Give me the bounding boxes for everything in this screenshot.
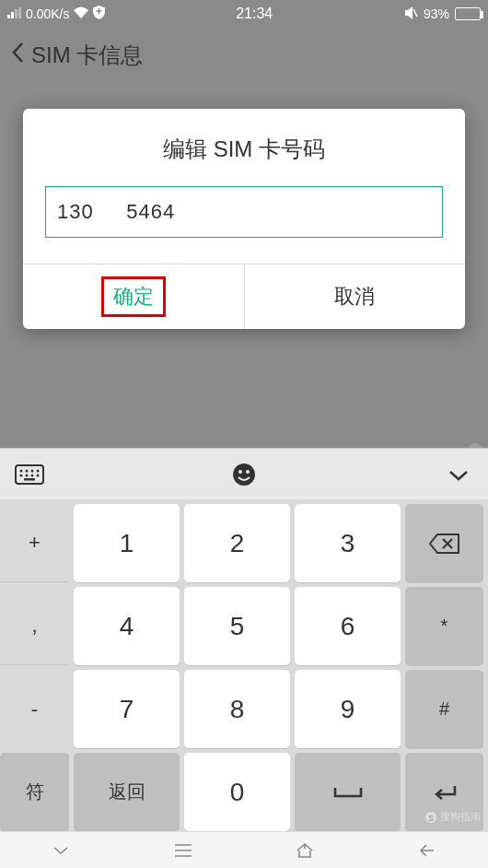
key-7[interactable]: 7 <box>74 670 180 748</box>
svg-point-11 <box>37 469 40 472</box>
sim-number-input[interactable] <box>45 186 443 238</box>
emoji-icon[interactable] <box>227 458 261 491</box>
signal-icon <box>7 6 22 21</box>
key-comma[interactable]: , <box>0 587 69 665</box>
status-time: 21:34 <box>105 6 402 22</box>
key-symbols[interactable]: 符 <box>0 753 69 831</box>
key-backspace[interactable] <box>405 504 483 582</box>
key-8[interactable]: 8 <box>184 670 290 748</box>
svg-rect-0 <box>7 15 10 18</box>
nav-menu-icon[interactable] <box>165 832 202 869</box>
battery-percent: 93% <box>424 6 449 21</box>
svg-line-4 <box>413 9 417 17</box>
numeric-keyboard: + 1 2 3 , 4 5 6 * - 7 8 9 # ( 符 返回 0 <box>0 448 488 831</box>
nav-back-icon[interactable] <box>409 832 446 869</box>
dialog-title: 编辑 SIM 卡号码 <box>23 109 465 186</box>
svg-rect-7 <box>16 465 43 484</box>
key-return[interactable]: 返回 <box>74 753 180 831</box>
back-chevron-icon[interactable] <box>11 41 24 69</box>
svg-point-18 <box>238 470 242 474</box>
status-bar: 0.00K/s 21:34 93% <box>0 0 488 28</box>
nav-dropdown-icon[interactable] <box>42 832 79 869</box>
cancel-button[interactable]: 取消 <box>245 264 466 329</box>
svg-point-15 <box>37 474 40 476</box>
edit-sim-dialog: 编辑 SIM 卡号码 确定 取消 <box>23 109 465 329</box>
key-3[interactable]: 3 <box>295 504 401 582</box>
svg-point-9 <box>26 469 29 472</box>
wifi-icon <box>73 6 89 21</box>
key-minus[interactable]: - <box>0 670 69 748</box>
mute-icon <box>403 6 418 23</box>
key-star[interactable]: * <box>405 587 483 665</box>
confirm-button[interactable]: 确定 <box>23 264 245 329</box>
svg-rect-16 <box>24 478 35 481</box>
svg-point-17 <box>233 463 255 486</box>
key-hash[interactable]: # <box>405 670 483 748</box>
key-0[interactable]: 0 <box>184 753 290 831</box>
keyboard-layout-icon[interactable] <box>13 458 46 491</box>
watermark: S 搜狗指南 <box>424 810 481 824</box>
svg-rect-2 <box>15 9 17 18</box>
page-header: SIM 卡信息 <box>0 28 488 83</box>
svg-rect-1 <box>11 12 14 18</box>
svg-point-14 <box>31 474 34 476</box>
key-6[interactable]: 6 <box>295 587 401 665</box>
key-1[interactable]: 1 <box>74 504 180 582</box>
key-2[interactable]: 2 <box>184 504 290 582</box>
svg-point-19 <box>246 470 250 474</box>
key-4[interactable]: 4 <box>74 587 180 665</box>
svg-point-10 <box>31 469 34 472</box>
shield-icon <box>93 6 105 22</box>
network-speed: 0.00K/s <box>26 6 69 21</box>
nav-home-icon[interactable] <box>286 832 323 869</box>
battery-icon <box>455 7 481 20</box>
key-9[interactable]: 9 <box>295 670 401 748</box>
svg-point-8 <box>20 469 23 472</box>
key-5[interactable]: 5 <box>184 587 290 665</box>
key-plus[interactable]: + <box>0 504 69 582</box>
svg-rect-3 <box>18 7 21 18</box>
system-nav-bar <box>0 831 488 868</box>
svg-point-13 <box>26 474 29 476</box>
keyboard-toolbar <box>0 448 488 499</box>
key-space[interactable] <box>295 753 401 831</box>
svg-text:S: S <box>428 814 434 823</box>
keyboard-collapse-icon[interactable] <box>442 458 475 491</box>
page-title: SIM 卡信息 <box>31 41 143 70</box>
svg-point-12 <box>20 474 23 476</box>
